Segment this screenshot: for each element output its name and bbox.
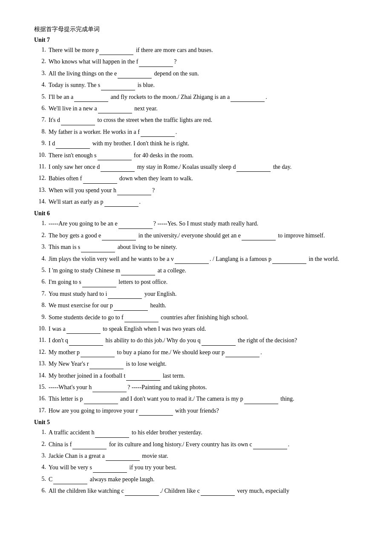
- item-content: -----What's your h ? -----Painting and t…: [49, 382, 358, 392]
- list-item: 1.A traffic accident h to his elder brot…: [34, 428, 358, 437]
- item-content: It's d to cross the street when the traf…: [49, 115, 358, 125]
- list-item: 7.It's d to cross the street when the tr…: [34, 115, 358, 125]
- item-content: This letter is p and I don't want you to…: [49, 394, 358, 404]
- item-content: All the living things on the e depend on…: [49, 69, 358, 78]
- item-content: C always make people laugh.: [49, 474, 358, 484]
- blank: [81, 242, 115, 252]
- blank: [139, 406, 173, 416]
- item-number: 2.: [34, 439, 46, 449]
- list-item: 8.My father is a worker. He works in a f…: [34, 127, 358, 137]
- item-number: 5.: [34, 474, 46, 484]
- list-item: 2.China is f for its culture and long hi…: [34, 439, 358, 449]
- blank: [98, 150, 132, 160]
- list-item: 12.Babies often f down when they learn t…: [34, 173, 358, 183]
- blank: [231, 92, 265, 102]
- list-item: 15.-----What's your h ? -----Painting an…: [34, 382, 358, 392]
- item-number: 5.: [34, 266, 46, 275]
- list-item: 12.My mother p to buy a piano for me./ W…: [34, 347, 358, 357]
- blank: [272, 254, 306, 264]
- item-content: Who knows what will happen in the f ?: [49, 57, 358, 66]
- blank: [202, 335, 236, 345]
- blank: [74, 92, 108, 102]
- list-item: 6.We'll live in a new a next year.: [34, 104, 358, 113]
- blank: [93, 462, 127, 472]
- blank: [125, 486, 159, 496]
- item-content: How are you going to improve your r with…: [49, 406, 358, 416]
- list-item: 11.I don't q his ability to do this job.…: [34, 335, 358, 345]
- item-content: My mother p to buy a piano for me./ We s…: [49, 347, 358, 357]
- item-number: 3.: [34, 69, 46, 78]
- item-number: 11.: [34, 335, 46, 345]
- list-item: 16.This letter is p and I don't want you…: [34, 394, 358, 404]
- item-content: Some students decide to go to f countrie…: [49, 312, 358, 322]
- list-item: 14.We'll start as early as p .: [34, 197, 358, 207]
- item-number: 8.: [34, 127, 46, 136]
- blank: [253, 439, 287, 449]
- item-number: 6.: [34, 486, 46, 495]
- list-item: 5.I 'm going to study Chinese m at a col…: [34, 266, 358, 275]
- blank: [175, 254, 209, 264]
- unit6-title: Unit 6: [34, 210, 358, 217]
- blank: [89, 359, 124, 369]
- item-number: 3.: [34, 242, 46, 251]
- item-content: My New Year's r is to lose weight.: [49, 359, 358, 369]
- item-content: I'm going to s letters to post office.: [49, 277, 358, 287]
- item-number: 15.: [34, 382, 46, 392]
- blank: [225, 347, 259, 357]
- blank: [83, 173, 117, 183]
- item-number: 5.: [34, 92, 46, 101]
- item-content: I don't q his ability to do this job./ W…: [49, 335, 358, 345]
- item-number: 12.: [34, 173, 46, 183]
- item-number: 14.: [34, 371, 46, 380]
- list-item: 1.-----Are you going to be an e ? -----Y…: [34, 219, 358, 228]
- list-item: 17.How are you going to improve your r w…: [34, 406, 358, 416]
- item-content: When will you spend your h ?: [49, 185, 358, 195]
- blank: [242, 231, 276, 240]
- list-item: 5.I'll be an a and fly rockets to the mo…: [34, 92, 358, 102]
- item-content: Jim plays the violin very well and he wa…: [49, 254, 358, 264]
- item-number: 4.: [34, 462, 46, 472]
- list-item: 9.I d with my brother. I don't think he …: [34, 139, 358, 148]
- list-item: 5.C always make people laugh.: [34, 474, 358, 484]
- item-content: I was a to speak English when I was two …: [49, 324, 358, 334]
- item-content: My brother joined in a football t last t…: [49, 371, 358, 381]
- blank: [118, 219, 153, 228]
- list-item: 3.This man is s about living to be ninet…: [34, 242, 358, 252]
- item-content: We'll start as early as p .: [49, 197, 358, 207]
- blank: [102, 231, 136, 240]
- blank: [118, 69, 152, 78]
- item-number: 6.: [34, 277, 46, 286]
- blank: [53, 474, 87, 484]
- list-item: 8.We must exercise for our p health.: [34, 301, 358, 310]
- list-item: 2.The boy gets a good e in the universit…: [34, 231, 358, 240]
- item-content: I'll be an a and fly rockets to the moon…: [49, 92, 358, 102]
- item-content: -----Are you going to be an e ? -----Yes…: [49, 219, 358, 228]
- blank: [99, 45, 133, 55]
- list-item: 4.Today is sunny. The s is blue.: [34, 80, 358, 90]
- item-content: China is f for its culture and long hist…: [49, 439, 358, 449]
- list-item: 13.My New Year's r is to lose weight.: [34, 359, 358, 369]
- item-number: 1.: [34, 219, 46, 228]
- item-number: 4.: [34, 254, 46, 263]
- item-number: 3.: [34, 451, 46, 460]
- item-content: All the children like watching c ./ Chil…: [49, 486, 358, 496]
- unit5-title: Unit 5: [34, 419, 358, 426]
- item-content: I 'm going to study Chinese m at a colle…: [49, 266, 358, 275]
- blank: [61, 115, 95, 125]
- blank: [56, 139, 90, 148]
- blank: [101, 162, 135, 172]
- item-content: I d with my brother. I don't think he is…: [49, 139, 358, 148]
- blank: [121, 266, 155, 275]
- list-item: 4.You will be very s if you try your bes…: [34, 462, 358, 472]
- item-number: 14.: [34, 197, 46, 206]
- blank: [92, 382, 127, 392]
- item-number: 2.: [34, 57, 46, 66]
- blank: [101, 80, 135, 90]
- page-title: 根据首字母提示完成单词: [34, 26, 358, 33]
- blank: [126, 371, 160, 381]
- blank: [69, 335, 103, 345]
- item-content: You will be very s if you try your best.: [49, 462, 358, 472]
- item-number: 6.: [34, 104, 46, 113]
- item-content: Babies often f down when they learn to w…: [49, 173, 358, 183]
- item-content: We'll live in a new a next year.: [49, 104, 358, 113]
